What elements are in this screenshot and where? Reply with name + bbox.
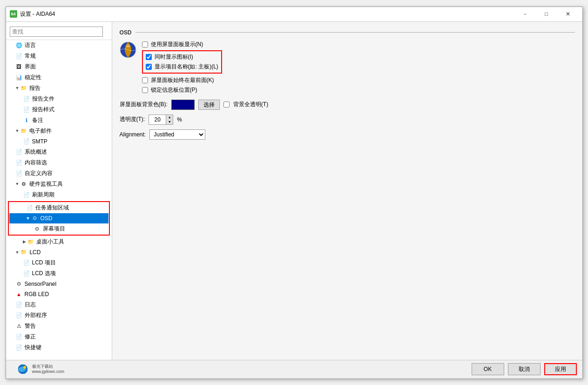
- sidebar-item-rgb-led[interactable]: ▲ RGB LED: [6, 289, 112, 299]
- osd-icon: ⊙: [31, 215, 38, 222]
- alert-icon: ⚠: [15, 322, 23, 330]
- watermark-logo: 极光下载站 www.jgdown.com: [15, 364, 65, 375]
- screen-items-icon: ⊙: [34, 225, 41, 232]
- close-button[interactable]: ✕: [557, 7, 579, 21]
- lcd-expand-icon: ▼: [15, 250, 20, 255]
- sidebar-item-language[interactable]: 🌐 语言: [6, 40, 112, 51]
- svg-point-4: [23, 366, 26, 369]
- checkbox-show-icon[interactable]: [146, 54, 152, 60]
- refresh-icon: 📄: [23, 191, 30, 198]
- alignment-label: Alignment:: [120, 131, 146, 138]
- checkbox-use-osd-label: 使用屏显面板显示(N): [151, 41, 203, 48]
- sidebar-item-notification[interactable]: 📄 任务通知区域: [9, 203, 108, 213]
- sidebar-item-log[interactable]: 📄 日志: [6, 299, 112, 310]
- minimize-button[interactable]: －: [514, 7, 536, 21]
- sensorpanel-icon: ⊙: [15, 280, 23, 288]
- logo-icon: [15, 364, 30, 375]
- title-controls: － □ ✕: [514, 7, 579, 21]
- sidebar-item-fix[interactable]: 📄 修正: [6, 331, 112, 342]
- sidebar-item-sensorpanel[interactable]: ⊙ SensorPanel: [6, 279, 112, 289]
- search-input[interactable]: [10, 27, 103, 37]
- spinner-up-button[interactable]: ▲: [166, 115, 173, 120]
- sidebar-item-stability[interactable]: 📊 稳定性: [6, 72, 112, 83]
- sysinfo-icon: 📄: [15, 148, 23, 155]
- checkbox-row-1: 使用屏显面板显示(N): [142, 41, 222, 48]
- select-color-button[interactable]: 选择: [198, 100, 220, 110]
- sidebar-item-content-filter[interactable]: 📄 内容筛选: [6, 157, 112, 168]
- spinner-down-button[interactable]: ▼: [166, 120, 173, 124]
- search-area: [6, 24, 112, 40]
- checkbox-transparent[interactable]: [223, 101, 230, 108]
- sidebar-item-interface[interactable]: 🖼 界面: [6, 61, 112, 72]
- ok-button[interactable]: OK: [472, 363, 504, 375]
- smtp-icon: 📄: [23, 138, 30, 145]
- alignment-row: Alignment: Left Center Right Justified: [120, 129, 575, 140]
- section-title: OSD: [120, 29, 132, 36]
- sidebar-item-email[interactable]: ▼ 📁 电子邮件: [6, 126, 112, 136]
- checkbox-always-top[interactable]: [142, 77, 148, 83]
- language-icon: 🌐: [15, 41, 23, 49]
- sidebar-item-lcd-options[interactable]: 📄 LCD 选项: [6, 268, 112, 279]
- notification-icon: 📄: [26, 204, 34, 211]
- sidebar-item-general[interactable]: 📄 常规: [6, 51, 112, 61]
- sidebar-item-screen-items[interactable]: ⊙ 屏幕项目: [9, 223, 108, 234]
- sidebar-item-sysinfo[interactable]: 📄 系统概述: [6, 147, 112, 157]
- checkbox-row-4: 屏显面板始终在最前面(K): [142, 76, 222, 84]
- checkbox-row-5: 锁定信息板位置(P): [142, 86, 222, 94]
- cancel-button[interactable]: 取消: [508, 363, 541, 375]
- sidebar-item-report-style[interactable]: 📄 报告样式: [6, 104, 112, 115]
- osd-header: 使用屏显面板显示(N) 同时显示图标(I) 显示项目名称(如: 主板)(L): [120, 41, 575, 94]
- checkbox-use-osd[interactable]: [142, 41, 148, 47]
- color-swatch[interactable]: [171, 100, 195, 110]
- sidebar-item-notes[interactable]: ℹ 备注: [6, 115, 112, 126]
- sidebar-item-shortcuts[interactable]: 📄 快捷键: [6, 342, 112, 353]
- sidebar: 🌐 语言 📄 常规 🖼 界面 📊 稳定性 ▼ 📁 报告 📄: [6, 22, 112, 360]
- sidebar-item-osd[interactable]: ▼ ⊙ OSD: [9, 213, 108, 223]
- apply-button[interactable]: 应用: [544, 363, 577, 375]
- sidebar-item-custom-content[interactable]: 📄 自定义内容: [6, 168, 112, 179]
- osd-checkboxes-container: 使用屏显面板显示(N) 同时显示图标(I) 显示项目名称(如: 主板)(L): [142, 41, 222, 94]
- sidebar-item-alert[interactable]: ⚠ 警告: [6, 321, 112, 331]
- sidebar-item-refresh[interactable]: 📄 刷新周期: [6, 189, 112, 200]
- opacity-row: 透明度(T): 20 ▲ ▼ %: [120, 115, 575, 125]
- sidebar-item-desktop-widget[interactable]: ▶ 📁 桌面小工具: [6, 236, 112, 247]
- bg-color-label: 屏显面板背景色(B):: [120, 101, 168, 108]
- sidebar-item-smtp[interactable]: 📄 SMTP: [6, 136, 112, 147]
- fix-icon: 📄: [15, 333, 23, 340]
- section-divider: [135, 32, 575, 33]
- report-folder-icon: 📁: [20, 84, 27, 92]
- checkbox-lock-pos-label: 锁定信息板位置(P): [151, 86, 197, 94]
- content-filter-icon: 📄: [15, 159, 23, 166]
- sidebar-item-report[interactable]: ▼ 📁 报告: [6, 83, 112, 94]
- sidebar-item-lcd[interactable]: ▼ 📁 LCD: [6, 247, 112, 257]
- sidebar-item-external-app[interactable]: 📄 外部程序: [6, 310, 112, 321]
- opacity-input[interactable]: 20: [149, 115, 166, 124]
- transparent-label: 背景全透明(T): [233, 101, 268, 108]
- osd-globe-icon: [120, 41, 136, 60]
- custom-content-icon: 📄: [15, 169, 23, 177]
- osd-expand-icon: ▼: [26, 216, 30, 221]
- maximize-button[interactable]: □: [536, 7, 557, 21]
- sidebar-item-hwmon[interactable]: ▼ ⚙ 硬件监视工具: [6, 179, 112, 189]
- title-bar: 64 设置 - AIDA64 － □ ✕: [6, 7, 582, 22]
- email-folder-icon: 📁: [20, 127, 27, 135]
- external-app-icon: 📄: [15, 311, 23, 319]
- interface-icon: 🖼: [15, 63, 23, 70]
- checkbox-show-name[interactable]: [146, 64, 152, 70]
- hwmon-expand-icon: ▼: [15, 182, 20, 186]
- sidebar-item-lcd-items[interactable]: 📄 LCD 项目: [6, 257, 112, 268]
- bottom-bar: 极光下载站 www.jgdown.com OK 取消 应用: [6, 360, 582, 378]
- checkbox-lock-pos[interactable]: [142, 87, 148, 93]
- opacity-label: 透明度(T):: [120, 115, 145, 123]
- checkbox-row-2: 同时显示图标(I): [146, 53, 218, 61]
- alignment-dropdown[interactable]: Left Center Right Justified: [149, 129, 205, 140]
- window-title: 设置 - AIDA64: [20, 10, 514, 18]
- svg-point-2: [126, 45, 130, 47]
- checkbox-show-icon-label: 同时显示图标(I): [155, 53, 193, 61]
- checkbox-show-name-label: 显示项目名称(如: 主板)(L): [155, 63, 218, 71]
- rgb-led-icon: ▲: [15, 290, 23, 298]
- lcd-items-icon: 📄: [23, 259, 30, 266]
- sidebar-item-report-files[interactable]: 📄 报告文件: [6, 94, 112, 104]
- desktop-folder-icon: 📁: [27, 238, 34, 245]
- report-style-icon: 📄: [23, 106, 30, 113]
